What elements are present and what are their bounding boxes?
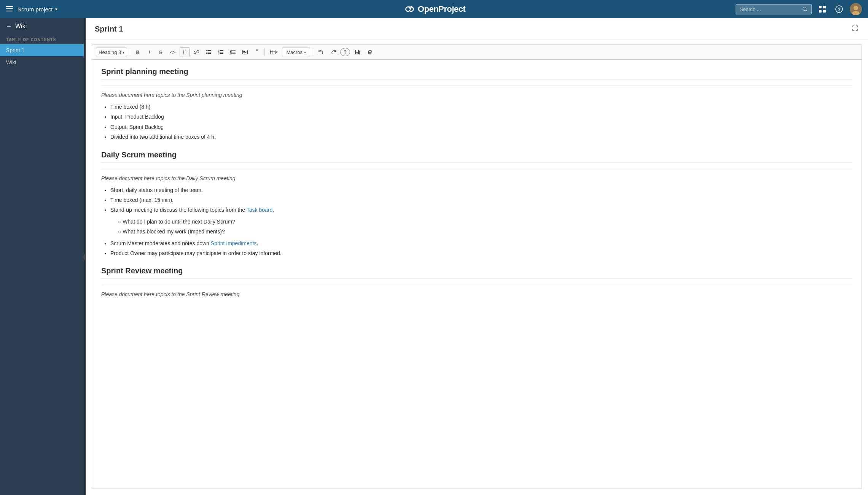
daily-scrum-sublist: What do I plan to do until the next Dail… bbox=[110, 217, 852, 236]
list-item: Input: Product Backlog bbox=[110, 113, 852, 121]
svg-rect-19 bbox=[207, 53, 211, 54]
code-block-button[interactable]: [ ] bbox=[180, 47, 190, 57]
user-avatar[interactable] bbox=[850, 3, 862, 15]
svg-rect-28 bbox=[230, 53, 231, 54]
editor-toolbar: Heading 3 ▾ B I S <> [ ] 1.2.3. bbox=[92, 44, 862, 60]
top-nav-actions: ? bbox=[736, 3, 862, 15]
bullet-list-button[interactable] bbox=[203, 47, 214, 57]
logo-text: OpenProject bbox=[418, 4, 465, 14]
daily-scrum-list: Short, daily status meeting of the team.… bbox=[101, 186, 852, 258]
list-item: Short, daily status meeting of the team. bbox=[110, 186, 852, 194]
sidebar: ← Wiki TABLE OF CONTENTS Sprint 1 Wiki bbox=[0, 18, 84, 495]
sidebar-wiki-header: ← Wiki bbox=[0, 18, 84, 34]
sidebar-wiki-title-label: Wiki bbox=[15, 23, 27, 30]
svg-rect-7 bbox=[819, 10, 822, 13]
list-item: Output: Sprint Backlog bbox=[110, 123, 852, 131]
section-divider-1 bbox=[101, 86, 852, 86]
redo-button[interactable] bbox=[328, 47, 339, 57]
link-button[interactable] bbox=[191, 47, 202, 57]
svg-rect-2 bbox=[6, 11, 13, 11]
list-item: Time boxed (max. 15 min). bbox=[110, 196, 852, 204]
svg-rect-6 bbox=[823, 6, 826, 8]
project-chevron-icon: ▾ bbox=[55, 7, 57, 12]
sidebar-item-wiki[interactable]: Wiki bbox=[0, 56, 84, 68]
svg-rect-23 bbox=[220, 52, 223, 52]
main-layout: ← Wiki TABLE OF CONTENTS Sprint 1 Wiki |… bbox=[0, 18, 868, 495]
svg-rect-17 bbox=[207, 52, 211, 52]
task-list-button[interactable] bbox=[228, 47, 238, 57]
list-item-product-owner: Product Owner may participate may partic… bbox=[110, 249, 852, 257]
svg-rect-21 bbox=[220, 50, 223, 51]
italic-button[interactable]: I bbox=[144, 47, 154, 57]
section-heading-sprint-review: Sprint Review meeting bbox=[101, 267, 852, 279]
svg-rect-5 bbox=[819, 6, 822, 8]
section-divider-2 bbox=[101, 169, 852, 169]
svg-point-14 bbox=[206, 50, 207, 51]
daily-scrum-placeholder: Please document here topics to the Daily… bbox=[101, 175, 852, 181]
heading-select[interactable]: Heading 3 ▾ bbox=[96, 47, 127, 57]
help-icon[interactable]: ? bbox=[833, 3, 845, 15]
sprint-impediments-link[interactable]: Sprint Impediments bbox=[211, 240, 257, 246]
list-item-impediments: Scrum Master moderates and notes down Sp… bbox=[110, 239, 852, 248]
svg-text:?: ? bbox=[838, 6, 841, 12]
sprint-planning-list: Time boxed (8 h) Input: Product Backlog … bbox=[101, 103, 852, 141]
sublist-item-daily-2: What has blocked my work (Impediments)? bbox=[118, 227, 852, 236]
macros-select[interactable]: Macros ▾ bbox=[282, 47, 310, 57]
task-board-link[interactable]: Task board bbox=[247, 207, 272, 213]
section-heading-daily-scrum: Daily Scrum meeting bbox=[101, 151, 852, 163]
image-button[interactable] bbox=[240, 47, 250, 57]
top-navigation: Scrum project ▾ OpenProject ? bbox=[0, 0, 868, 18]
help-toolbar-button[interactable]: ? bbox=[340, 48, 350, 56]
table-button[interactable]: ▾ bbox=[268, 47, 280, 57]
hamburger-menu-icon[interactable] bbox=[6, 5, 13, 13]
strikethrough-button[interactable]: S bbox=[156, 47, 166, 57]
svg-rect-25 bbox=[220, 53, 223, 54]
editor-content[interactable]: Sprint planning meeting Please document … bbox=[92, 60, 862, 489]
toolbar-separator-2 bbox=[264, 48, 265, 56]
svg-point-12 bbox=[854, 6, 858, 10]
save-button[interactable] bbox=[352, 47, 363, 57]
svg-point-33 bbox=[244, 51, 245, 52]
discard-button[interactable] bbox=[365, 47, 375, 57]
list-item: Stand-up meeting to discuss the followin… bbox=[110, 206, 852, 236]
svg-rect-8 bbox=[823, 10, 826, 13]
sprint-review-placeholder: Please document here topcis to the Sprin… bbox=[101, 291, 852, 297]
section-heading-sprint-planning: Sprint planning meeting bbox=[101, 67, 852, 79]
undo-button[interactable] bbox=[316, 47, 326, 57]
toolbar-separator-3 bbox=[313, 48, 313, 56]
ordered-list-button[interactable]: 1.2.3. bbox=[215, 47, 226, 57]
section-divider-3 bbox=[101, 285, 852, 285]
list-item: Time boxed (8 h) bbox=[110, 103, 852, 111]
svg-line-4 bbox=[806, 10, 807, 11]
svg-text:3.: 3. bbox=[218, 52, 220, 54]
svg-rect-1 bbox=[6, 8, 13, 9]
sprint-planning-placeholder: Please document here topics to the Sprin… bbox=[101, 92, 852, 98]
code-button[interactable]: <> bbox=[167, 47, 178, 57]
svg-point-18 bbox=[206, 53, 207, 54]
back-arrow-icon[interactable]: ← bbox=[6, 23, 12, 30]
page-header: Sprint 1 bbox=[86, 18, 868, 40]
search-input[interactable] bbox=[740, 6, 800, 12]
expand-icon[interactable] bbox=[851, 24, 859, 33]
sublist-item-daily-1: What do I plan to do until the next Dail… bbox=[118, 217, 852, 226]
content-area: Sprint 1 Heading 3 ▾ B I S <> [ ] bbox=[86, 18, 868, 495]
project-title[interactable]: Scrum project ▾ bbox=[18, 6, 57, 13]
blockquote-button[interactable]: " bbox=[252, 47, 262, 57]
svg-rect-26 bbox=[230, 50, 231, 51]
bold-button[interactable]: B bbox=[133, 47, 143, 57]
search-box[interactable] bbox=[736, 4, 812, 14]
page-title: Sprint 1 bbox=[95, 25, 123, 33]
app-logo: OpenProject bbox=[403, 4, 465, 14]
svg-point-16 bbox=[206, 52, 207, 52]
sidebar-item-sprint1[interactable]: Sprint 1 bbox=[0, 44, 84, 56]
grid-icon[interactable] bbox=[816, 3, 828, 15]
list-item: Divided into two additional time boxes o… bbox=[110, 133, 852, 141]
toc-label: TABLE OF CONTENTS bbox=[0, 34, 84, 44]
toolbar-separator-1 bbox=[130, 48, 130, 56]
svg-rect-27 bbox=[230, 52, 231, 53]
svg-rect-0 bbox=[6, 6, 13, 7]
svg-rect-15 bbox=[207, 50, 211, 51]
